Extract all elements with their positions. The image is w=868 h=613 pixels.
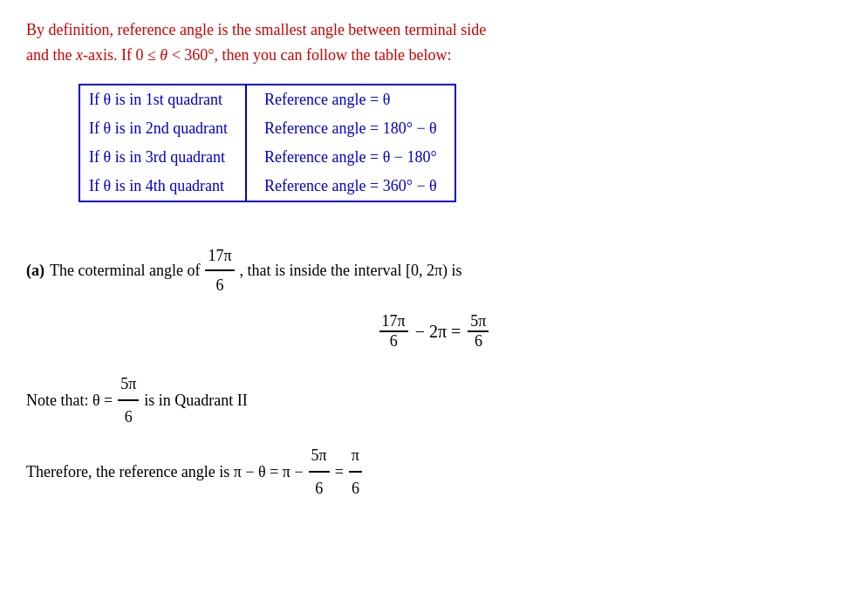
table-body: If θ is in 1st quadrant Reference angle … (80, 85, 455, 201)
part-a-text-after: , that is inside the interval [0, 2π) is (240, 256, 462, 284)
fraction-denominator: 6 (205, 271, 234, 299)
math-display-equation: 17π 6 − 2π = 5π 6 (26, 312, 842, 351)
therefore-fraction-1: 5π 6 (309, 439, 330, 504)
therefore-numerator-1: 5π (309, 439, 330, 473)
display-denominator-2: 6 (468, 332, 489, 351)
display-numerator-2: 5π (468, 312, 489, 332)
therefore-line: Therefore, the reference angle is π − θ … (26, 439, 842, 504)
note-denominator: 6 (118, 401, 139, 433)
note-text-before: Note that: θ = (26, 385, 113, 416)
note-line: Note that: θ = 5π 6 is in Quadrant II (26, 368, 842, 433)
reference-angle-table: If θ is in 1st quadrant Reference angle … (79, 84, 456, 202)
table-row: If θ is in 4th quadrant Reference angle … (80, 172, 455, 201)
display-numerator-1: 17π (379, 312, 408, 332)
intro-line1: By definition, reference angle is the sm… (26, 21, 486, 38)
therefore-fraction-2: π 6 (349, 439, 362, 504)
therefore-numerator-2: π (349, 439, 362, 473)
part-a-fraction: 17π 6 (205, 242, 234, 300)
therefore-text: Therefore, the reference angle is π − θ … (26, 456, 304, 487)
display-denominator-1: 6 (379, 332, 408, 351)
note-section: Note that: θ = 5π 6 is in Quadrant II (26, 368, 842, 433)
therefore-equals: = (335, 456, 344, 487)
math-operator: − 2π = (415, 322, 461, 342)
intro-line2: and the x-axis. If 0 ≤ θ < 360°, then yo… (26, 46, 451, 64)
note-fraction: 5π 6 (118, 368, 139, 433)
table-cell-result-4: Reference angle = 360° − θ (246, 172, 455, 201)
table-row: If θ is in 2nd quadrant Reference angle … (80, 114, 455, 143)
table-cell-condition-1: If θ is in 1st quadrant (80, 85, 246, 114)
fraction-numerator: 17π (205, 242, 234, 271)
table-cell-condition-2: If θ is in 2nd quadrant (80, 114, 246, 143)
display-fraction-1: 17π 6 (379, 312, 408, 351)
therefore-denominator-2: 6 (349, 473, 362, 504)
therefore-section: Therefore, the reference angle is π − θ … (26, 439, 842, 504)
part-a-section: (a) The coterminal angle of 17π 6 , that… (26, 242, 842, 300)
table-cell-result-2: Reference angle = 180° − θ (246, 114, 455, 143)
therefore-denominator-1: 6 (309, 473, 330, 504)
table-cell-condition-4: If θ is in 4th quadrant (80, 172, 246, 201)
display-fraction-2: 5π 6 (468, 312, 489, 351)
math-line: 17π 6 − 2π = 5π 6 (26, 312, 842, 351)
table-cell-result-3: Reference angle = θ − 180° (246, 143, 455, 172)
note-text-after: is in Quadrant II (144, 385, 247, 416)
table-row: If θ is in 3rd quadrant Reference angle … (80, 143, 455, 172)
part-a-text-before: The coterminal angle of (50, 256, 200, 284)
note-numerator: 5π (118, 368, 139, 401)
table-row: If θ is in 1st quadrant Reference angle … (80, 85, 455, 114)
part-a-label: (a) (26, 256, 44, 284)
table-cell-result-1: Reference angle = θ (246, 85, 455, 114)
part-a-line: (a) The coterminal angle of 17π 6 , that… (26, 242, 842, 300)
intro-paragraph: By definition, reference angle is the sm… (26, 17, 842, 68)
table-cell-condition-3: If θ is in 3rd quadrant (80, 143, 246, 172)
